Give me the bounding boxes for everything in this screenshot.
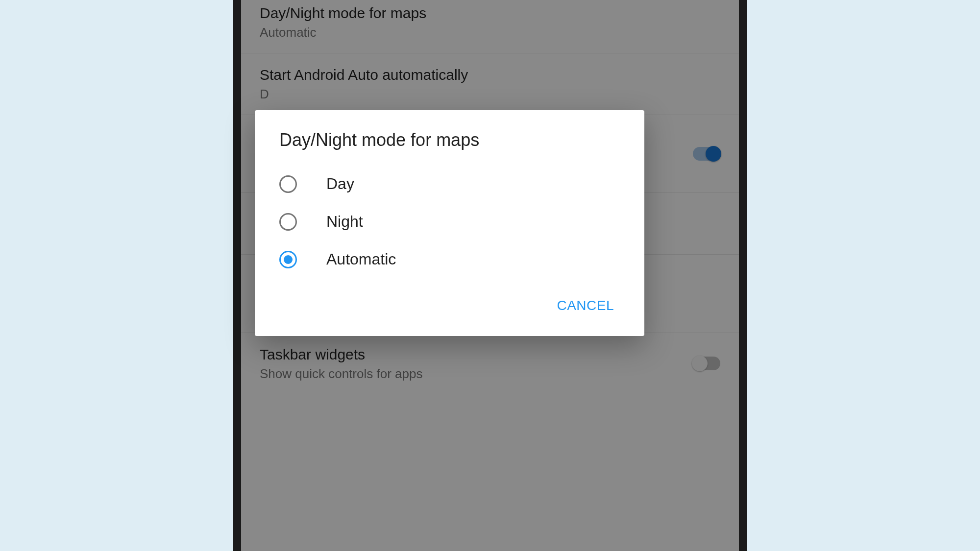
radio-icon (279, 213, 297, 231)
dialog-options: Day Night Automatic (255, 165, 644, 288)
cancel-button[interactable]: Cancel (551, 293, 620, 318)
radio-option-automatic[interactable]: Automatic (255, 240, 644, 278)
day-night-dialog: Day/Night mode for maps Day Night Automa… (255, 110, 644, 336)
radio-option-night[interactable]: Night (255, 203, 644, 240)
dialog-title: Day/Night mode for maps (255, 110, 644, 165)
radio-option-day[interactable]: Day (255, 165, 644, 203)
radio-icon-selected (279, 251, 297, 268)
radio-label: Automatic (326, 250, 396, 268)
radio-label: Night (326, 213, 363, 231)
dialog-actions: Cancel (255, 288, 644, 332)
radio-label: Day (326, 175, 354, 193)
radio-icon (279, 175, 297, 193)
radio-inner-dot (284, 255, 293, 264)
